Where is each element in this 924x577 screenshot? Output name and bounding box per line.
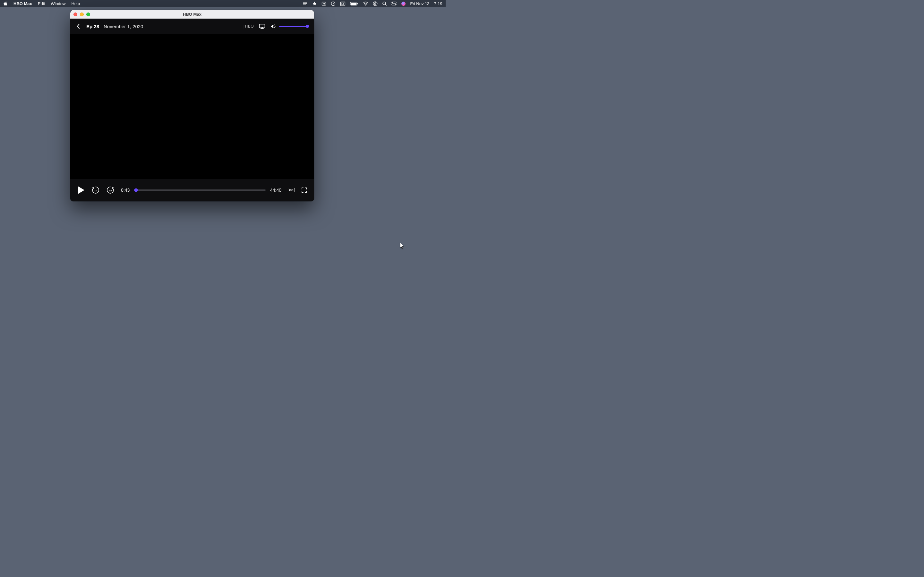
volume-button[interactable] — [270, 24, 276, 29]
app-window: HBO Max Ep 28 November 1, 2020 | HBO — [70, 10, 314, 201]
episode-date: November 1, 2020 — [103, 24, 143, 29]
status-app1-icon[interactable] — [302, 1, 308, 6]
episode-label: Ep 28 — [86, 24, 99, 29]
back-button[interactable] — [77, 23, 80, 29]
menubar-right: 13 Fri Nov 13 7:19 — [302, 1, 443, 6]
speaker-icon — [270, 24, 276, 29]
chevron-left-icon — [77, 23, 80, 29]
status-play-icon[interactable] — [331, 1, 336, 6]
progress-slider[interactable] — [134, 189, 266, 191]
calendar-day-badge: 13 — [340, 3, 346, 5]
menubar-date[interactable]: Fri Nov 13 — [410, 1, 430, 6]
captions-button[interactable]: CC — [288, 188, 295, 192]
volume-slider-thumb[interactable] — [306, 25, 309, 28]
status-siri-icon[interactable] — [401, 1, 406, 6]
network-tag: | HBO — [242, 24, 254, 29]
mouse-cursor-icon — [400, 243, 405, 249]
menu-window[interactable]: Window — [51, 1, 65, 6]
skip-forward-button[interactable]: 15 — [106, 186, 115, 194]
svg-point-8 — [375, 2, 376, 3]
airplay-icon — [259, 24, 265, 29]
menu-help[interactable]: Help — [71, 1, 80, 6]
status-wifi-icon[interactable] — [363, 2, 368, 6]
volume-control — [270, 24, 308, 29]
menu-app-name[interactable]: HBO Max — [13, 1, 32, 6]
skip-forward-seconds: 15 — [109, 189, 112, 192]
window-titlebar[interactable]: HBO Max — [70, 10, 314, 19]
progress-section: 0:43 44:40 — [121, 187, 281, 193]
status-control-center-icon[interactable] — [391, 2, 397, 5]
macos-menubar: HBO Max Edit Window Help 13 Fri Nov 13 7… — [0, 0, 446, 7]
airplay-button[interactable] — [259, 24, 265, 29]
svg-rect-4 — [351, 3, 357, 5]
skip-back-seconds: 15 — [94, 189, 97, 192]
svg-point-9 — [383, 2, 386, 5]
player-header: Ep 28 November 1, 2020 | HBO — [70, 19, 314, 34]
status-battery-icon[interactable] — [350, 2, 359, 6]
status-app2-icon[interactable] — [312, 1, 317, 6]
player-header-right: | HBO — [242, 24, 308, 29]
total-time: 44:40 — [270, 187, 281, 193]
menu-edit[interactable]: Edit — [38, 1, 45, 6]
menubar-left: HBO Max Edit Window Help — [3, 1, 80, 6]
progress-thumb[interactable] — [134, 189, 138, 192]
svg-point-6 — [365, 5, 366, 5]
svg-rect-5 — [357, 3, 358, 4]
current-time: 0:43 — [121, 187, 129, 193]
status-keyboard-icon[interactable] — [321, 1, 326, 6]
status-calendar-icon[interactable]: 13 — [340, 1, 346, 6]
svg-point-14 — [401, 2, 405, 6]
fullscreen-icon — [301, 187, 307, 193]
volume-slider[interactable] — [279, 26, 308, 27]
video-area[interactable] — [70, 34, 314, 179]
play-icon — [78, 186, 85, 194]
svg-point-13 — [395, 4, 395, 5]
svg-point-12 — [392, 2, 393, 3]
window-title: HBO Max — [70, 12, 314, 17]
apple-logo-icon[interactable] — [3, 1, 8, 6]
play-button[interactable] — [78, 186, 85, 194]
player-controls: 15 15 0:43 44:40 CC — [70, 179, 314, 201]
status-user-icon[interactable] — [373, 1, 378, 6]
status-search-icon[interactable] — [382, 1, 387, 6]
fullscreen-button[interactable] — [301, 187, 307, 193]
skip-back-button[interactable]: 15 — [91, 186, 100, 194]
menubar-time[interactable]: 7:19 — [434, 1, 443, 6]
